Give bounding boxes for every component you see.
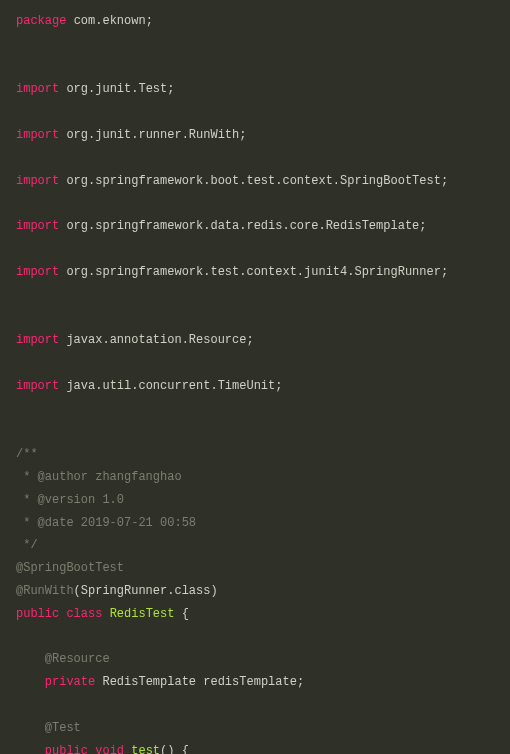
keyword-package: package: [16, 14, 66, 28]
annotation-resource: @Resource: [45, 652, 110, 666]
import-path: org.springframework.test.context.junit4.…: [66, 265, 440, 279]
keyword-import: import: [16, 379, 59, 393]
import-path: org.junit.Test: [66, 82, 167, 96]
comment-date: * @date 2019-07-21 00:58: [16, 516, 196, 530]
var-redistemplate: redisTemplate: [203, 675, 297, 689]
keyword-import: import: [16, 219, 59, 233]
import-path: org.junit.runner.RunWith: [66, 128, 239, 142]
keyword-private: private: [45, 675, 95, 689]
keyword-import: import: [16, 265, 59, 279]
keyword-void: void: [95, 744, 124, 755]
type-redistemplate: RedisTemplate: [102, 675, 196, 689]
keyword-public: public: [16, 607, 59, 621]
keyword-class: class: [66, 607, 102, 621]
keyword-public: public: [45, 744, 88, 755]
import-path: javax.annotation.Resource: [66, 333, 246, 347]
annotation-runwith: @RunWith: [16, 584, 74, 598]
annotation-runwith-arg: (SpringRunner.class): [74, 584, 218, 598]
annotation-springboottest: @SpringBootTest: [16, 561, 124, 575]
import-path: org.springframework.data.redis.core.Redi…: [66, 219, 419, 233]
comment-version: * @version 1.0: [16, 493, 124, 507]
package-name: com.eknown: [74, 14, 146, 28]
annotation-test: @Test: [45, 721, 81, 735]
code-block: package com.eknown; import org.junit.Tes…: [0, 0, 510, 754]
import-path: java.util.concurrent.TimeUnit: [66, 379, 275, 393]
keyword-import: import: [16, 128, 59, 142]
class-name: RedisTest: [110, 607, 175, 621]
comment-open: /**: [16, 447, 38, 461]
method-name: test: [131, 744, 160, 755]
comment-author: * @author zhangfanghao: [16, 470, 182, 484]
import-path: org.springframework.boot.test.context.Sp…: [66, 174, 440, 188]
comment-close: */: [16, 538, 38, 552]
keyword-import: import: [16, 333, 59, 347]
keyword-import: import: [16, 174, 59, 188]
keyword-import: import: [16, 82, 59, 96]
